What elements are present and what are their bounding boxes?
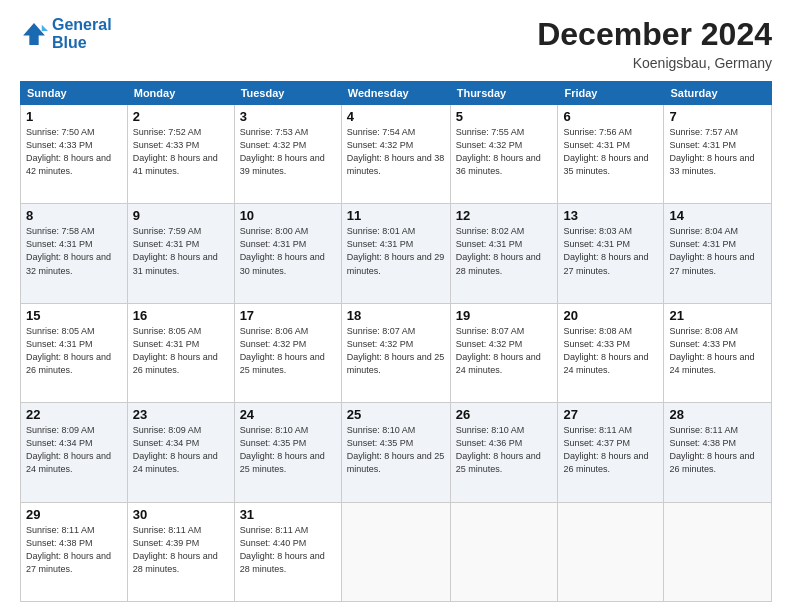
day-info: Sunrise: 8:11 AMSunset: 4:38 PMDaylight:… bbox=[669, 425, 754, 474]
weekday-header: Sunday bbox=[21, 82, 128, 105]
weekday-header: Monday bbox=[127, 82, 234, 105]
month-title: December 2024 bbox=[537, 16, 772, 53]
day-number: 2 bbox=[133, 109, 229, 124]
day-number: 20 bbox=[563, 308, 658, 323]
day-info: Sunrise: 7:57 AMSunset: 4:31 PMDaylight:… bbox=[669, 127, 754, 176]
day-number: 24 bbox=[240, 407, 336, 422]
calendar-cell: 24Sunrise: 8:10 AMSunset: 4:35 PMDayligh… bbox=[234, 403, 341, 502]
day-info: Sunrise: 8:06 AMSunset: 4:32 PMDaylight:… bbox=[240, 326, 325, 375]
day-number: 26 bbox=[456, 407, 553, 422]
day-info: Sunrise: 8:05 AMSunset: 4:31 PMDaylight:… bbox=[26, 326, 111, 375]
calendar-cell bbox=[558, 502, 664, 601]
day-number: 16 bbox=[133, 308, 229, 323]
day-number: 25 bbox=[347, 407, 445, 422]
calendar-cell: 20Sunrise: 8:08 AMSunset: 4:33 PMDayligh… bbox=[558, 303, 664, 402]
calendar-cell: 14Sunrise: 8:04 AMSunset: 4:31 PMDayligh… bbox=[664, 204, 772, 303]
calendar-cell: 9Sunrise: 7:59 AMSunset: 4:31 PMDaylight… bbox=[127, 204, 234, 303]
calendar-cell: 7Sunrise: 7:57 AMSunset: 4:31 PMDaylight… bbox=[664, 105, 772, 204]
day-number: 17 bbox=[240, 308, 336, 323]
calendar-cell: 19Sunrise: 8:07 AMSunset: 4:32 PMDayligh… bbox=[450, 303, 558, 402]
day-info: Sunrise: 7:55 AMSunset: 4:32 PMDaylight:… bbox=[456, 127, 541, 176]
day-number: 11 bbox=[347, 208, 445, 223]
calendar-cell: 2Sunrise: 7:52 AMSunset: 4:33 PMDaylight… bbox=[127, 105, 234, 204]
day-number: 27 bbox=[563, 407, 658, 422]
day-number: 19 bbox=[456, 308, 553, 323]
calendar-cell: 11Sunrise: 8:01 AMSunset: 4:31 PMDayligh… bbox=[341, 204, 450, 303]
day-number: 4 bbox=[347, 109, 445, 124]
day-info: Sunrise: 8:11 AMSunset: 4:39 PMDaylight:… bbox=[133, 525, 218, 574]
calendar-cell: 26Sunrise: 8:10 AMSunset: 4:36 PMDayligh… bbox=[450, 403, 558, 502]
day-info: Sunrise: 8:04 AMSunset: 4:31 PMDaylight:… bbox=[669, 226, 754, 275]
day-number: 6 bbox=[563, 109, 658, 124]
calendar-cell bbox=[450, 502, 558, 601]
day-info: Sunrise: 8:08 AMSunset: 4:33 PMDaylight:… bbox=[669, 326, 754, 375]
day-number: 9 bbox=[133, 208, 229, 223]
day-number: 12 bbox=[456, 208, 553, 223]
day-info: Sunrise: 7:53 AMSunset: 4:32 PMDaylight:… bbox=[240, 127, 325, 176]
day-number: 23 bbox=[133, 407, 229, 422]
calendar-cell: 4Sunrise: 7:54 AMSunset: 4:32 PMDaylight… bbox=[341, 105, 450, 204]
day-info: Sunrise: 8:09 AMSunset: 4:34 PMDaylight:… bbox=[26, 425, 111, 474]
day-info: Sunrise: 7:58 AMSunset: 4:31 PMDaylight:… bbox=[26, 226, 111, 275]
weekday-header: Tuesday bbox=[234, 82, 341, 105]
svg-marker-0 bbox=[23, 23, 45, 45]
day-number: 28 bbox=[669, 407, 766, 422]
title-section: December 2024 Koenigsbau, Germany bbox=[537, 16, 772, 71]
svg-marker-1 bbox=[42, 24, 48, 30]
day-info: Sunrise: 7:50 AMSunset: 4:33 PMDaylight:… bbox=[26, 127, 111, 176]
calendar-cell: 10Sunrise: 8:00 AMSunset: 4:31 PMDayligh… bbox=[234, 204, 341, 303]
day-info: Sunrise: 7:54 AMSunset: 4:32 PMDaylight:… bbox=[347, 127, 445, 176]
day-info: Sunrise: 7:59 AMSunset: 4:31 PMDaylight:… bbox=[133, 226, 218, 275]
calendar-cell: 27Sunrise: 8:11 AMSunset: 4:37 PMDayligh… bbox=[558, 403, 664, 502]
calendar-cell: 28Sunrise: 8:11 AMSunset: 4:38 PMDayligh… bbox=[664, 403, 772, 502]
day-number: 7 bbox=[669, 109, 766, 124]
day-number: 3 bbox=[240, 109, 336, 124]
logo-icon bbox=[20, 20, 48, 48]
calendar-cell: 13Sunrise: 8:03 AMSunset: 4:31 PMDayligh… bbox=[558, 204, 664, 303]
calendar-cell: 17Sunrise: 8:06 AMSunset: 4:32 PMDayligh… bbox=[234, 303, 341, 402]
day-info: Sunrise: 8:08 AMSunset: 4:33 PMDaylight:… bbox=[563, 326, 648, 375]
day-info: Sunrise: 8:05 AMSunset: 4:31 PMDaylight:… bbox=[133, 326, 218, 375]
day-number: 21 bbox=[669, 308, 766, 323]
calendar-cell: 22Sunrise: 8:09 AMSunset: 4:34 PMDayligh… bbox=[21, 403, 128, 502]
day-number: 29 bbox=[26, 507, 122, 522]
day-number: 5 bbox=[456, 109, 553, 124]
day-info: Sunrise: 8:09 AMSunset: 4:34 PMDaylight:… bbox=[133, 425, 218, 474]
calendar-cell: 30Sunrise: 8:11 AMSunset: 4:39 PMDayligh… bbox=[127, 502, 234, 601]
calendar-table: SundayMondayTuesdayWednesdayThursdayFrid… bbox=[20, 81, 772, 602]
day-info: Sunrise: 8:11 AMSunset: 4:38 PMDaylight:… bbox=[26, 525, 111, 574]
calendar-cell: 12Sunrise: 8:02 AMSunset: 4:31 PMDayligh… bbox=[450, 204, 558, 303]
day-number: 14 bbox=[669, 208, 766, 223]
day-info: Sunrise: 8:00 AMSunset: 4:31 PMDaylight:… bbox=[240, 226, 325, 275]
calendar-cell: 8Sunrise: 7:58 AMSunset: 4:31 PMDaylight… bbox=[21, 204, 128, 303]
calendar-cell: 6Sunrise: 7:56 AMSunset: 4:31 PMDaylight… bbox=[558, 105, 664, 204]
calendar-cell bbox=[341, 502, 450, 601]
day-number: 15 bbox=[26, 308, 122, 323]
calendar-cell: 23Sunrise: 8:09 AMSunset: 4:34 PMDayligh… bbox=[127, 403, 234, 502]
day-info: Sunrise: 8:01 AMSunset: 4:31 PMDaylight:… bbox=[347, 226, 445, 275]
calendar-cell: 1Sunrise: 7:50 AMSunset: 4:33 PMDaylight… bbox=[21, 105, 128, 204]
calendar-cell: 29Sunrise: 8:11 AMSunset: 4:38 PMDayligh… bbox=[21, 502, 128, 601]
weekday-header: Thursday bbox=[450, 82, 558, 105]
weekday-header: Friday bbox=[558, 82, 664, 105]
page: General Blue December 2024 Koenigsbau, G… bbox=[0, 0, 792, 612]
day-info: Sunrise: 7:52 AMSunset: 4:33 PMDaylight:… bbox=[133, 127, 218, 176]
calendar-cell: 15Sunrise: 8:05 AMSunset: 4:31 PMDayligh… bbox=[21, 303, 128, 402]
calendar-cell: 18Sunrise: 8:07 AMSunset: 4:32 PMDayligh… bbox=[341, 303, 450, 402]
weekday-header: Saturday bbox=[664, 82, 772, 105]
day-info: Sunrise: 8:10 AMSunset: 4:35 PMDaylight:… bbox=[347, 425, 445, 474]
day-number: 18 bbox=[347, 308, 445, 323]
day-info: Sunrise: 8:11 AMSunset: 4:37 PMDaylight:… bbox=[563, 425, 648, 474]
day-number: 22 bbox=[26, 407, 122, 422]
day-info: Sunrise: 8:02 AMSunset: 4:31 PMDaylight:… bbox=[456, 226, 541, 275]
logo: General Blue bbox=[20, 16, 112, 51]
calendar-cell: 16Sunrise: 8:05 AMSunset: 4:31 PMDayligh… bbox=[127, 303, 234, 402]
day-number: 10 bbox=[240, 208, 336, 223]
weekday-header: Wednesday bbox=[341, 82, 450, 105]
calendar-cell bbox=[664, 502, 772, 601]
header: General Blue December 2024 Koenigsbau, G… bbox=[20, 16, 772, 71]
calendar-cell: 25Sunrise: 8:10 AMSunset: 4:35 PMDayligh… bbox=[341, 403, 450, 502]
day-number: 8 bbox=[26, 208, 122, 223]
calendar-cell: 31Sunrise: 8:11 AMSunset: 4:40 PMDayligh… bbox=[234, 502, 341, 601]
day-number: 31 bbox=[240, 507, 336, 522]
